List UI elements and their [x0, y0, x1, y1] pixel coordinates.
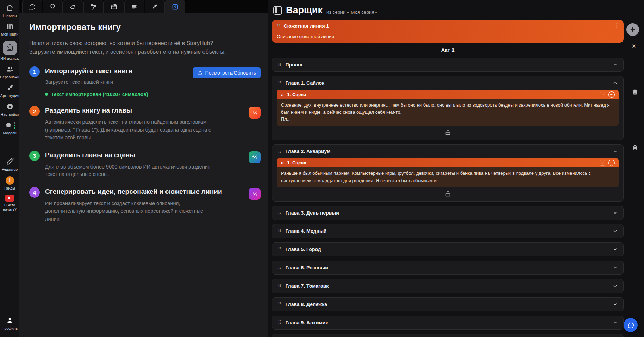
kebab-menu-icon[interactable]: ⋮ [613, 22, 619, 29]
support-chat-button[interactable] [624, 318, 638, 332]
chapter-row[interactable]: ⠿ Пролог [272, 58, 624, 72]
chevron-down-icon[interactable] [613, 302, 618, 307]
chapter-row[interactable]: ⠿Глава 8. Дележка [272, 297, 624, 311]
sidebar-item-guides[interactable]: i Гайды [0, 176, 19, 190]
sidebar-item-models[interactable]: Модели [0, 121, 19, 135]
chevron-down-icon[interactable] [613, 62, 618, 67]
scene-card[interactable]: ⠿ 1. Сцена ⋯ Сознание, дух, внутреннее е… [277, 90, 619, 126]
sidebar-item-getting-started[interactable]: С чего начать? [0, 195, 19, 211]
home-icon [6, 4, 14, 12]
sidebar-item-label: Модели [3, 131, 16, 135]
scene-menu-icon[interactable]: ⋯ [608, 160, 615, 166]
chip-icon [4, 121, 13, 129]
chapter-title: Пролог [286, 62, 608, 68]
delete-scene-button[interactable] [632, 89, 639, 96]
view-update-button[interactable]: Посмотреть/Обновить [193, 67, 261, 78]
sidebar-item-characters[interactable]: Персонажи [0, 65, 19, 79]
chapter-header[interactable]: ⠿ Глава 1. Сайлок [272, 76, 623, 90]
drag-handle-icon[interactable]: ⠿ [278, 229, 281, 233]
drag-handle-icon[interactable]: ⠿ [278, 302, 281, 306]
step-title: Сгенерировать идеи, персонажей и сюжетны… [45, 188, 245, 196]
feather-icon [151, 3, 158, 11]
drag-handle-icon[interactable]: ⠿ [278, 320, 281, 325]
close-act-icon[interactable]: ✕ [632, 43, 636, 50]
tab-scenes[interactable] [104, 0, 124, 13]
chevron-down-icon[interactable] [613, 210, 618, 215]
sidebar-item-label: ИИ-ассист. [0, 56, 19, 61]
tab-relations[interactable] [83, 0, 104, 13]
model-status-dots [14, 122, 15, 129]
chapter-row[interactable]: ⠿Глава 7. Томагавк [272, 279, 624, 293]
step-title: Импортируйте текст книги [45, 67, 189, 75]
nodes-icon [90, 3, 97, 11]
tab-ideas[interactable] [43, 0, 63, 13]
add-plotline-button[interactable] [626, 23, 639, 36]
sidebar-item-label: С чего начать? [0, 203, 19, 211]
story-arc-icon [69, 3, 77, 11]
delete-scene-button[interactable] [632, 144, 639, 151]
sidebar-item-books[interactable]: Мои книги [0, 22, 19, 36]
add-scene-button[interactable] [277, 126, 619, 137]
drag-handle-icon[interactable]: ⠿ [278, 63, 281, 67]
intro-text: Начали писать свою историю, но хотели бы… [29, 39, 240, 57]
chevron-down-icon[interactable] [613, 320, 618, 325]
step-number-badge: 1 [29, 66, 40, 77]
magic-wand-button[interactable] [249, 151, 261, 163]
sidebar-item-art-studio[interactable]: Арт-студия [0, 84, 19, 98]
drag-handle-icon[interactable]: ⠿ [281, 92, 284, 97]
page-title: Импортировать книгу [29, 22, 261, 32]
sidebar-item-label: Арт-студия [0, 94, 19, 98]
scene-card[interactable]: ⠿ 1. Сцена ⋯ Раньше я был обычным парнем… [277, 158, 619, 187]
add-scene-icon [444, 190, 452, 198]
sidebar-item-profile[interactable]: Профиль [0, 316, 19, 330]
step-number-badge: 4 [29, 187, 40, 198]
chapter-header[interactable]: ⠿ Глава 2. Аквариум [272, 145, 623, 158]
tab-story-arc[interactable] [63, 0, 83, 13]
drag-handle-icon[interactable]: ⠿ [278, 265, 281, 270]
import-status: Текст импортирован (410207 символов) [45, 91, 261, 97]
drag-handle-icon[interactable]: ⠿ [277, 24, 280, 28]
chevron-down-icon[interactable] [613, 247, 618, 252]
drag-handle-icon[interactable]: ⠿ [278, 247, 281, 252]
chapter-row[interactable]: ⠿Глава 3. День первый [272, 206, 624, 220]
magic-wand-button[interactable] [249, 107, 261, 119]
chapter-row[interactable]: ⠿Глава 5. Город [272, 242, 624, 256]
panel-toggle-icon[interactable] [273, 6, 282, 15]
collapse-scene-icon[interactable] [600, 160, 605, 166]
chevron-down-icon[interactable] [613, 229, 618, 234]
chapter-row[interactable]: ⠿Глава 4. Медный [272, 224, 624, 238]
drag-handle-icon[interactable]: ⠿ [281, 160, 284, 165]
scene-menu-icon[interactable]: ⋯ [608, 91, 615, 98]
chapter-row[interactable]: ⠿Глава 10. Бита [272, 334, 624, 337]
add-scene-button[interactable] [277, 187, 619, 198]
chapter-card-expanded: ⠿ Глава 1. Сайлок ⠿ 1. Сцена ⋯ Сознание, [272, 76, 624, 140]
lightbulb-icon [49, 3, 56, 11]
tab-writing[interactable] [145, 0, 165, 13]
chevron-down-icon[interactable] [613, 265, 618, 270]
drag-handle-icon[interactable]: ⠿ [278, 149, 281, 154]
sidebar-item-home[interactable]: Главная [0, 4, 19, 18]
plotline-card[interactable]: ⠿ Сюжетная линия 1 Описание сюжетной лин… [272, 20, 624, 43]
collapse-scene-icon[interactable] [600, 92, 605, 97]
sidebar-item-editor[interactable]: Редактор [0, 157, 19, 171]
drag-handle-icon[interactable]: ⠿ [278, 210, 281, 215]
sidebar-item-settings[interactable]: Настройки [0, 102, 19, 116]
tab-structure[interactable] [124, 0, 144, 13]
magic-wand-button[interactable] [249, 188, 261, 200]
step-split-scenes: 3 Разделить главы на сцены Для глав объе… [29, 151, 261, 179]
step-split-chapters: 2 Разделить книгу на главы Автоматически… [29, 107, 261, 141]
chapter-row[interactable]: ⠿Глава 6. Розовый [272, 261, 624, 275]
drag-handle-icon[interactable]: ⠿ [278, 284, 281, 288]
tab-import[interactable] [165, 0, 185, 13]
chevron-up-icon[interactable] [613, 149, 618, 154]
trash-icon [632, 144, 638, 151]
tab-chat[interactable] [22, 0, 42, 13]
scene-title: 1. Сцена [287, 160, 596, 165]
chevron-up-icon[interactable] [613, 81, 618, 85]
drag-handle-icon[interactable]: ⠿ [278, 81, 281, 85]
sidebar-item-ai-assistant[interactable]: ИИ-ассист. [0, 41, 19, 61]
books-icon [6, 22, 14, 31]
chapter-row[interactable]: ⠿Глава 9. Алхимик [272, 316, 624, 330]
sidebar-item-label: Гайды [4, 186, 15, 190]
chevron-down-icon[interactable] [613, 284, 618, 288]
